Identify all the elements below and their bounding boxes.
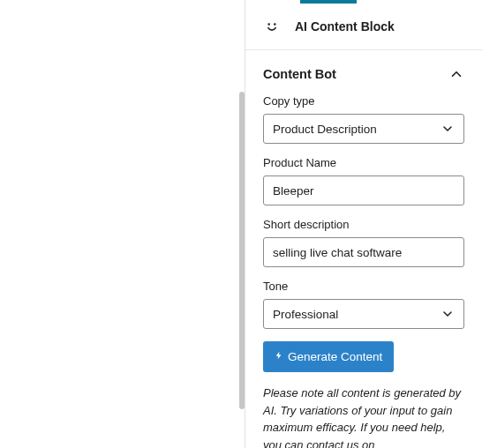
field-tone: Tone Professional xyxy=(263,280,464,329)
short-description-input[interactable] xyxy=(273,246,455,259)
scrollbar[interactable] xyxy=(239,92,245,409)
field-product-name: Product Name xyxy=(263,156,464,205)
editor-canvas xyxy=(0,0,245,448)
smile-icon xyxy=(263,18,281,35)
svg-point-1 xyxy=(275,24,275,25)
chevron-down-icon xyxy=(441,122,455,136)
panel-title: AI Content Block xyxy=(295,19,395,34)
short-description-label: Short description xyxy=(263,218,464,231)
copy-type-select[interactable]: Product Description xyxy=(263,114,464,144)
lightning-icon xyxy=(275,349,283,364)
tone-label: Tone xyxy=(263,280,464,293)
section-toggle[interactable]: Content Bot xyxy=(245,50,482,91)
copy-type-label: Copy type xyxy=(263,94,464,108)
section-body: Copy type Product Description Product Na… xyxy=(245,91,482,448)
tone-select[interactable]: Professional xyxy=(263,299,464,329)
copy-type-value: Product Description xyxy=(273,123,377,136)
tone-value: Professional xyxy=(273,308,338,321)
product-name-label: Product Name xyxy=(263,156,464,169)
svg-point-0 xyxy=(268,24,269,25)
field-short-description: Short description xyxy=(263,218,464,267)
section-title: Content Bot xyxy=(263,67,336,81)
generate-button-label: Generate Content xyxy=(288,350,382,363)
chevron-up-icon xyxy=(448,66,464,82)
field-copy-type: Copy type Product Description xyxy=(263,94,464,144)
block-settings-panel: AI Content Block Content Bot Copy type P… xyxy=(245,0,482,448)
generate-content-button[interactable]: Generate Content xyxy=(263,341,394,372)
panel-header: AI Content Block xyxy=(245,4,482,50)
disclaimer-note: Please note all content is generated by … xyxy=(263,385,464,448)
chevron-down-icon xyxy=(441,307,455,321)
product-name-input[interactable] xyxy=(273,184,455,198)
